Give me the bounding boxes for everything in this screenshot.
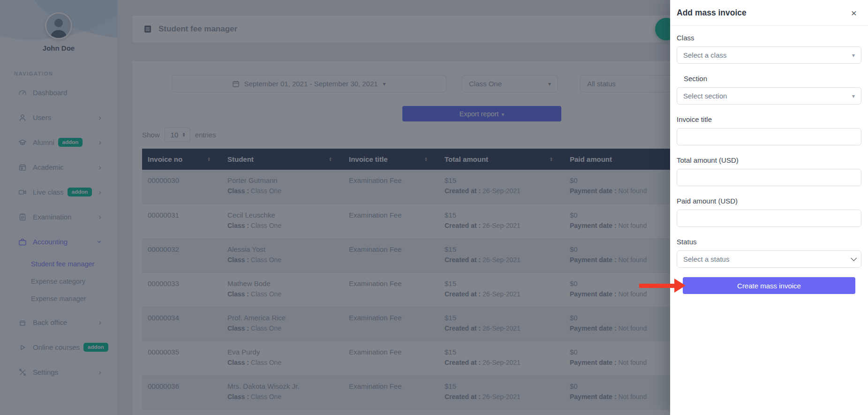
paid-amount-input[interactable] — [677, 210, 861, 227]
modal-header: Add mass invoice × — [670, 0, 868, 26]
annotation-arrow — [639, 284, 675, 288]
annotation-arrow-head — [674, 279, 686, 293]
class-field-label: Class — [677, 33, 861, 42]
class-select-value: Select a class — [683, 51, 727, 59]
caret-down-icon — [852, 52, 855, 59]
paid-amount-field-label: Paid amount (USD) — [677, 196, 861, 205]
status-select-value: Select a status — [683, 255, 729, 263]
caret-down-icon — [852, 93, 855, 99]
section-select-value: Select section — [683, 92, 727, 100]
invoice-title-input[interactable] — [677, 128, 861, 145]
section-field-label: Section — [677, 74, 861, 83]
total-amount-input[interactable] — [677, 169, 861, 186]
create-mass-invoice-button[interactable]: Create mass invoice — [683, 277, 855, 294]
modal-body: Class Select a class Section Select sect… — [670, 26, 868, 294]
class-select[interactable]: Select a class — [677, 46, 861, 64]
invoice-title-field-label: Invoice title — [677, 115, 861, 124]
close-icon[interactable]: × — [851, 8, 857, 18]
status-select[interactable]: Select a status — [677, 250, 861, 268]
app-root: John Doe NAVIGATION Dashboard Users › Al… — [0, 0, 868, 415]
total-amount-field-label: Total amount (USD) — [677, 156, 861, 165]
chevron-down-icon — [851, 255, 857, 261]
modal-title: Add mass invoice — [677, 8, 747, 18]
status-field-label: Status — [677, 237, 861, 246]
add-mass-invoice-modal: Add mass invoice × Class Select a class … — [670, 0, 868, 415]
section-select[interactable]: Select section — [677, 87, 861, 105]
